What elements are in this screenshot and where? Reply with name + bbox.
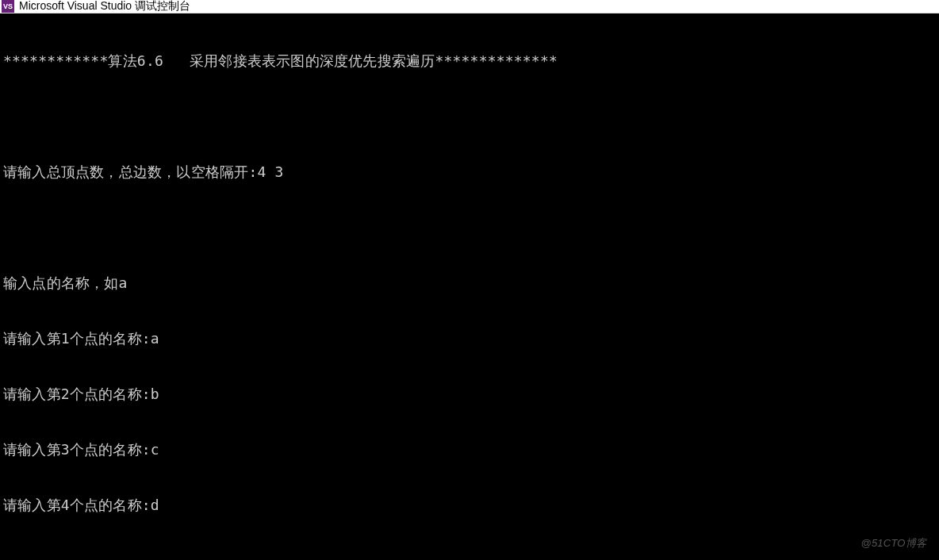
titlebar: VS Microsoft Visual Studio 调试控制台	[0, 0, 939, 13]
console-line	[3, 552, 936, 560]
console-line: 请输入第1个点的名称:a	[3, 329, 936, 347]
console-line	[3, 218, 936, 236]
console-line: 输入点的名称，如a	[3, 274, 936, 292]
vs-icon: VS	[2, 0, 14, 13]
console-line: 请输入第2个点的名称:b	[3, 385, 936, 403]
console-line: 请输入第4个点的名称:d	[3, 496, 936, 514]
window-title: Microsoft Visual Studio 调试控制台	[19, 0, 190, 13]
console-output[interactable]: ************算法6.6 采用邻接表表示图的深度优先搜索遍历*****…	[0, 13, 939, 560]
console-line: ************算法6.6 采用邻接表表示图的深度优先搜索遍历*****…	[3, 52, 936, 70]
console-line: 请输入总顶点数，总边数，以空格隔开:4 3	[3, 163, 936, 181]
console-line	[3, 107, 936, 125]
console-line: 请输入第3个点的名称:c	[3, 440, 936, 458]
watermark: @51CTO博客	[861, 537, 926, 550]
